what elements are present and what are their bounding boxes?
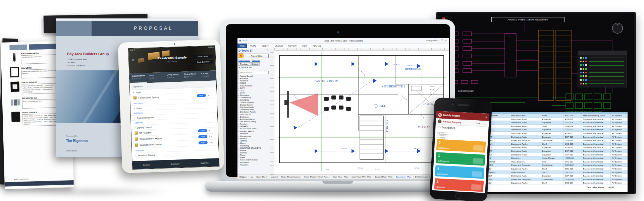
tree-category[interactable]: Monitoring (238, 145, 269, 147)
tree-category[interactable]: MOUNTING BRACKETS (238, 147, 269, 149)
ribbon-tab[interactable]: REVIEW (285, 44, 299, 48)
ribbon-tab[interactable]: VIEW (299, 44, 310, 48)
open-drawing-link[interactable]: Open Drawing (238, 59, 250, 61)
nav-item[interactable]: Summary (171, 162, 180, 165)
tree-category[interactable]: Mounts (238, 149, 269, 152)
download-link[interactable]: Download (252, 59, 260, 61)
tree-category[interactable]: ELECTRICAL (238, 114, 269, 116)
tree-category[interactable]: Plates (238, 156, 269, 159)
room-tab[interactable]: Kitchen $1,853.50 (199, 70, 216, 81)
tree-category[interactable]: INSTALL PARTS (238, 130, 269, 133)
tree-category[interactable]: Network (238, 152, 269, 154)
task-status-card[interactable]: 1 In Progress (436, 152, 485, 166)
project-editor-button[interactable]: Project Editor (245, 54, 269, 58)
table-row[interactable]: BDP-S2000ES Video Sources DVD DVD-002 Ba… (481, 171, 628, 175)
table-row[interactable]: RSH4A2M Equipment Racks Shelf SHE-004 Ba… (481, 125, 628, 128)
refer-button[interactable]: Refer (198, 129, 207, 132)
tree-category[interactable]: CONTROL (238, 99, 269, 102)
tree-category[interactable]: Equipment Racks (238, 118, 269, 121)
window-controls[interactable]: ? ─ ❐ ✕ (434, 39, 447, 42)
tree-category[interactable]: Acoustics (238, 77, 269, 80)
ribbon-tab[interactable]: DESIGN (272, 44, 285, 48)
tree-category[interactable]: Distributed Audio (238, 106, 269, 109)
table-row[interactable]: M4320-PRO Power and Protection Condition… (481, 178, 628, 182)
tree-category[interactable]: Audio Sources (238, 85, 269, 87)
tree-category[interactable]: Lighting (238, 140, 269, 142)
room-tab[interactable]: Living Room $1,853.50 (164, 72, 182, 82)
tree-category[interactable]: CCP (238, 89, 269, 92)
tree-category[interactable]: CATV (238, 87, 269, 89)
task-status-card[interactable]: 0 Not Started (436, 139, 486, 153)
tree-category[interactable]: Interconnects (238, 135, 269, 137)
table-row[interactable]: CONNECT Distributed Audio Expander EXP-0… (481, 149, 628, 153)
tree-category[interactable]: Furniture (238, 123, 269, 125)
user-name[interactable]: Tim B (475, 122, 480, 125)
table-row[interactable]: CONNECT Distributed Audio Expander EXP-0… (481, 121, 628, 125)
page-tab[interactable]: Home Theater, Family Roo... (302, 176, 331, 178)
room-details-button[interactable]: Room Details (193, 55, 213, 59)
quote-summary-button[interactable]: Quote Summary (193, 60, 213, 64)
shapes-panel-label[interactable]: Shapes (237, 176, 249, 178)
refer-button[interactable]: Refer (197, 94, 206, 97)
table-row[interactable]: CONNECT Distributed Audio Expander EXP-0… (481, 135, 628, 139)
tree-category[interactable]: Power and Protection (238, 159, 269, 161)
tree-category[interactable]: Projectors (238, 164, 269, 166)
table-row[interactable]: RSH4A2M Equipment Racks Shelf SHE-007 Ba… (481, 181, 628, 185)
tree-category[interactable]: GENERIC (238, 125, 269, 128)
tree-category[interactable]: Processors (238, 161, 269, 164)
table-row[interactable]: CONNECT Distributed Audio Expander EXP-0… (481, 132, 628, 135)
table-row[interactable]: DTR-70.6 Receivers Home Theater HOM-011 … (481, 156, 628, 160)
tree-category[interactable]: INFRASTRUCTURE (238, 128, 269, 130)
tree-category[interactable]: Control Systems (238, 102, 269, 104)
page-tab[interactable]: Second Floor - Plan (373, 176, 394, 178)
tree-category[interactable]: Distribution Panels (238, 111, 269, 113)
refer-button[interactable]: Refer (198, 135, 208, 138)
page-tab[interactable]: Legend (269, 176, 280, 178)
search-products-input[interactable] (238, 71, 269, 74)
table-row[interactable]: RSH4A2M Equipment Racks Shelf SHE-005 Ba… (481, 142, 628, 146)
table-row[interactable]: CONNECT Distributed Audio Expander EXP-0… (481, 153, 628, 157)
tree-category[interactable]: Mixers (238, 142, 269, 144)
table-row[interactable]: CONNECT Distributed Audio Expander EXP-0… (481, 174, 628, 178)
nav-item[interactable]: Rooms (143, 163, 150, 166)
nav-item[interactable]: Systems (201, 161, 209, 164)
ribbon-tab[interactable]: INSERT (259, 44, 272, 48)
panel-close-icon[interactable]: ▾ ✕ (266, 49, 269, 51)
ribbon-tab[interactable]: HOME (247, 44, 259, 48)
room-tab[interactable]: Dining Room $1,853.50 (181, 71, 199, 82)
table-row[interactable]: CONNECT Distributed Audio Expander EXP-0… (481, 128, 628, 132)
tree-category[interactable]: Access Control (238, 75, 269, 77)
page-tab[interactable]: Cover Sheet (255, 176, 269, 178)
table-row[interactable]: CONNECT Distributed Audio Expander EXP-0… (481, 118, 628, 121)
tab-shapes[interactable]: Shapes (250, 62, 260, 66)
table-row[interactable]: CONNECT Distributed Audio Expander EXP-0… (481, 146, 628, 149)
tree-category[interactable]: Intercoms (238, 133, 269, 135)
tree-category[interactable]: CCTV (238, 92, 269, 94)
ribbon-tab[interactable]: ADD-INS (310, 44, 324, 48)
menu-icon[interactable]: ≡ (485, 116, 487, 119)
tree-category[interactable]: AUDIO (238, 82, 269, 84)
room-tab[interactable]: Entry $0.00 (147, 72, 164, 83)
task-status-card[interactable]: 3 Completed (435, 165, 485, 179)
page-tab[interactable]: Basement - Plan (394, 176, 414, 178)
table-row[interactable]: RSH4A2M Equipment Racks Shelf SHE-006 Ba… (481, 167, 628, 171)
tree-category[interactable]: Fire and Life Safety (238, 121, 269, 123)
page-tab[interactable]: Home Theater Layout (279, 176, 302, 178)
page-nav-arrows[interactable]: ◀ ▶ (249, 176, 255, 178)
grip-icon[interactable]: ⋮⋮ (483, 122, 487, 125)
tree-category[interactable]: Intrusion (238, 137, 269, 140)
tree-category[interactable]: Computers (238, 94, 269, 96)
tree-category[interactable]: Display Devices (238, 104, 269, 106)
tree-category[interactable]: Phone (238, 154, 269, 156)
table-row[interactable]: SP-142-500-WHT Wire and Cable Audio AUD-… (481, 114, 628, 118)
table-row[interactable]: M4320-PRO Power and Protection Condition… (481, 139, 628, 142)
compass-icon[interactable]: N (612, 23, 623, 34)
tree-category[interactable]: Conferencing (238, 96, 269, 99)
panel-toolbar[interactable]: ▤ View ▾ ▦ ▾ ✚ (238, 66, 269, 68)
table-row[interactable]: BDP-S2000ES Video Sources DVD DVD-001 Ba… (481, 160, 628, 164)
page-tab[interactable]: Main Floor - Plan (331, 176, 350, 178)
floorplan-canvas[interactable]: TASTING ROOM KITCHENETTE 2 BEDROOM4 HALL… (274, 51, 449, 174)
table-row[interactable]: M4320-PRO Power and Protection Condition… (481, 163, 628, 167)
ribbon-tab[interactable]: FILE (237, 44, 247, 48)
period-dropdown[interactable]: This Month ▾ (437, 132, 450, 136)
